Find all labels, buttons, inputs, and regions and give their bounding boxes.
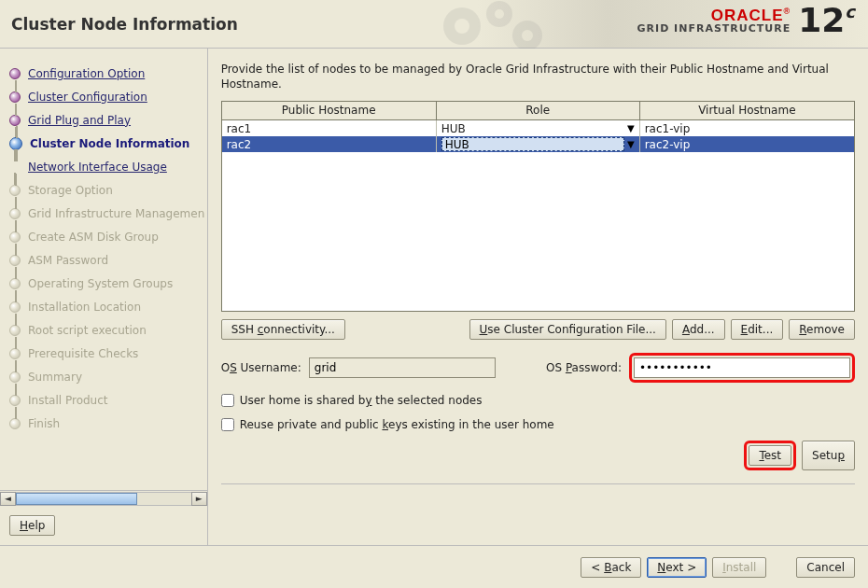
col-virtual-hostname[interactable]: Virtual Hostname [640, 102, 854, 119]
step-dot-icon [9, 371, 21, 383]
setup-button[interactable]: Setup [802, 441, 855, 470]
add-button[interactable]: Add... [672, 319, 725, 340]
use-cluster-config-button[interactable]: Use Cluster Configuration File... [469, 319, 666, 340]
wizard-step-4[interactable]: Network Interface Usage [4, 155, 207, 178]
wizard-step-11: Root script execution [4, 318, 207, 342]
role-select[interactable]: HUB [441, 137, 624, 151]
wizard-step-6: Grid Infrastructure Managemen [4, 202, 207, 225]
wizard-step-1[interactable]: Cluster Configuration [4, 85, 207, 108]
step-dot-icon [9, 418, 21, 429]
brand-block: ORACLE® GRID INFRASTRUCTURE 12c [637, 4, 855, 37]
step-label: Installation Location [28, 301, 141, 314]
sidebar-scrollbar[interactable]: ◄ ► [0, 490, 207, 506]
step-label: Grid Infrastructure Managemen [28, 207, 204, 220]
ssh-label: SSH connectivity... [231, 323, 335, 336]
chevron-down-icon[interactable]: ▼ [627, 123, 635, 133]
next-label: Next > [657, 561, 696, 574]
user-home-shared-checkbox[interactable] [221, 394, 234, 407]
wizard-step-8: ASM Password [4, 248, 207, 272]
wizard-sidebar: Configuration OptionCluster Configuratio… [0, 49, 208, 545]
table-row[interactable]: rac2HUB▼rac2-vip [222, 136, 854, 152]
step-dot-icon [9, 185, 21, 196]
wizard-step-9: Operating System Groups [4, 272, 207, 295]
step-label: Prerequisite Checks [28, 347, 138, 360]
back-button[interactable]: < Back [581, 557, 641, 578]
titlebar: Cluster Node Information ORACLE® GRID IN… [0, 0, 868, 49]
step-dot-icon [9, 301, 21, 313]
step-dot-icon [9, 115, 21, 126]
step-label: Install Product [28, 394, 108, 407]
col-role[interactable]: Role [437, 102, 640, 119]
step-label: Finish [28, 417, 60, 430]
wizard-nav-bar: < Back Next > Install Cancel [0, 545, 868, 588]
wizard-steps: Configuration OptionCluster Configuratio… [0, 62, 207, 490]
step-dot-icon [9, 325, 21, 336]
product-name: GRID INFRASTRUCTURE [637, 23, 791, 34]
install-label: Install [722, 561, 756, 574]
test-label: Test [759, 449, 781, 462]
wizard-step-12: Prerequisite Checks [4, 342, 207, 365]
add-label: Add... [682, 323, 715, 336]
os-password-label: OS Password: [546, 361, 622, 374]
table-row[interactable]: rac1HUB▼rac1-vip [222, 120, 854, 136]
user-home-shared-label: User home is shared by the selected node… [240, 394, 483, 407]
next-button[interactable]: Next > [647, 557, 707, 578]
cell-role[interactable]: HUB▼ [437, 120, 640, 136]
cell-public-hostname[interactable]: rac2 [222, 136, 437, 152]
help-label: Help [20, 519, 45, 532]
install-button: Install [712, 557, 766, 578]
chevron-down-icon[interactable]: ▼ [627, 139, 635, 149]
help-button[interactable]: Help [9, 515, 55, 536]
wizard-step-0[interactable]: Configuration Option [4, 62, 207, 85]
step-dot-icon [9, 395, 21, 406]
wizard-step-15: Finish [4, 412, 207, 435]
page-title: Cluster Node Information [11, 15, 238, 34]
os-password-input[interactable] [634, 357, 850, 378]
cell-public-hostname[interactable]: rac1 [222, 120, 437, 136]
step-label[interactable]: Grid Plug and Play [28, 114, 131, 127]
os-username-input[interactable] [309, 357, 496, 378]
use-config-label: Use Cluster Configuration File... [480, 323, 656, 336]
wizard-step-5: Storage Option [4, 178, 207, 202]
step-label: Create ASM Disk Group [28, 231, 159, 244]
svg-point-2 [486, 1, 512, 27]
svg-point-5 [522, 30, 533, 41]
cell-virtual-hostname[interactable]: rac2-vip [640, 136, 854, 152]
scroll-left-icon[interactable]: ◄ [0, 492, 16, 506]
scroll-thumb[interactable] [16, 493, 137, 505]
cancel-button[interactable]: Cancel [796, 557, 855, 578]
step-dot-icon [9, 161, 21, 173]
os-username-label: OS Username: [221, 361, 301, 374]
table-body[interactable]: rac1HUB▼rac1-viprac2HUB▼rac2-vip [222, 120, 854, 311]
step-label[interactable]: Cluster Configuration [28, 91, 147, 104]
version-label: 12c [798, 4, 855, 37]
instruction-text: Provide the list of nodes to be managed … [221, 62, 855, 91]
scroll-track[interactable] [16, 492, 191, 506]
step-label[interactable]: Configuration Option [28, 67, 145, 80]
svg-point-3 [495, 9, 504, 19]
test-highlight: Test [744, 441, 796, 470]
ssh-connectivity-button[interactable]: SSH connectivity... [221, 319, 345, 340]
edit-button[interactable]: Edit... [731, 319, 784, 340]
step-label[interactable]: Network Interface Usage [28, 161, 167, 174]
step-label: Operating System Groups [28, 277, 173, 290]
test-button[interactable]: Test [749, 445, 791, 466]
remove-button[interactable]: Remove [789, 319, 855, 340]
reuse-keys-label: Reuse private and public keys existing i… [240, 418, 554, 431]
col-public-hostname[interactable]: Public Hostname [222, 102, 437, 119]
scroll-right-icon[interactable]: ► [191, 492, 207, 506]
wizard-step-3: Cluster Node Information [4, 132, 207, 155]
cell-virtual-hostname[interactable]: rac1-vip [640, 120, 854, 136]
cell-role[interactable]: HUB▼ [437, 136, 640, 152]
step-label: Summary [28, 371, 82, 384]
back-label: < Back [591, 561, 631, 574]
step-label: Storage Option [28, 184, 113, 197]
step-dot-icon [9, 231, 21, 243]
reuse-keys-checkbox[interactable] [221, 418, 234, 431]
remove-label: Remove [799, 323, 845, 336]
wizard-step-2[interactable]: Grid Plug and Play [4, 108, 207, 132]
step-dot-icon [9, 68, 21, 79]
setup-label: Setup [812, 449, 845, 462]
wizard-step-7: Create ASM Disk Group [4, 225, 207, 248]
svg-point-0 [443, 7, 481, 45]
